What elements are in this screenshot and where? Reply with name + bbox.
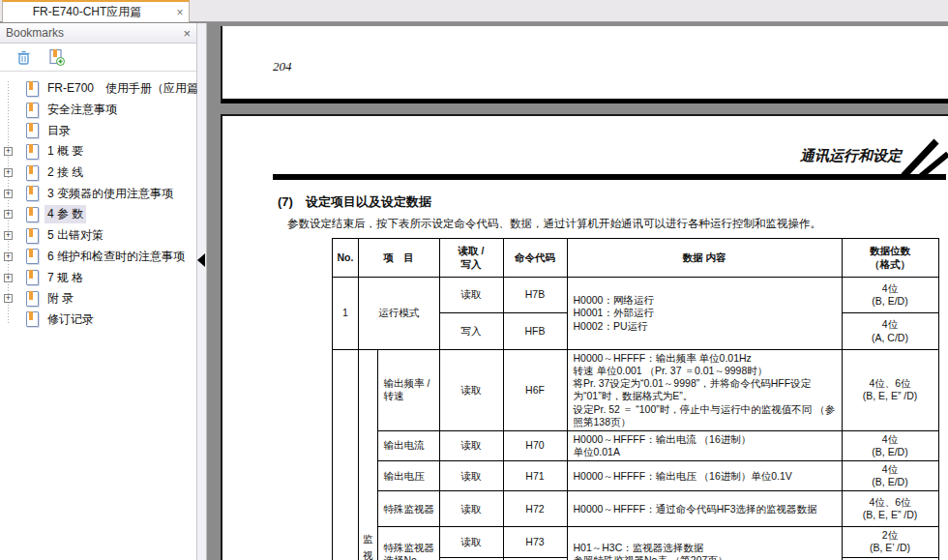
table-cell: 4位 (A, C/D) xyxy=(842,313,938,350)
bookmarks-title: Bookmarks xyxy=(6,26,183,40)
bookmark-label: 3 变频器的使用注意事项 xyxy=(44,185,176,203)
bookmark-label: 6 维护和检查时的注意事项 xyxy=(44,248,188,266)
expand-plus-icon[interactable]: + xyxy=(4,274,13,282)
table-cell: 输出频率 / 转速 xyxy=(377,350,439,431)
table-head: No.项 目读取 / 写入命令代码数据 内容数据位数 （格式） xyxy=(333,239,939,278)
bookmark-list: FR-E700 使用手册（应用篇）安全注意事项目录+1 概 要+2 接 线+3 … xyxy=(0,72,196,330)
bookmark-label: 1 概 要 xyxy=(44,142,86,161)
expand-plus-icon[interactable]: + xyxy=(4,252,13,261)
table-row: 输出电压读取H71H0000～HFFFF：输出电压 （16进制）单位0.1V4位… xyxy=(333,461,939,491)
bookmark-label: 4 参 数 xyxy=(44,205,86,223)
table-cell: 4位 (B, E/D) xyxy=(842,278,938,313)
expand-plus-icon[interactable]: + xyxy=(4,168,13,177)
bookmark-item[interactable]: +4 参 数 xyxy=(0,204,196,225)
table-cell: 2位 (B, E’ /D) xyxy=(842,527,938,557)
trash-icon xyxy=(15,49,32,66)
table-cell: H0000～HFFFF：通过命令代码HF3选择的监视器数据 xyxy=(567,491,842,527)
expand-plus-icon[interactable]: + xyxy=(4,190,13,198)
page-number: 204 xyxy=(273,59,292,74)
bookmark-item[interactable]: 目录 xyxy=(0,120,196,141)
table-cell: 1 xyxy=(333,278,359,350)
delete-bookmark-button[interactable] xyxy=(14,47,33,67)
expand-plus-icon[interactable]: + xyxy=(4,147,13,156)
document-tab[interactable]: FR-E740-CHT应用篇 × xyxy=(2,0,190,22)
table-cell: 特殊监视器 xyxy=(377,491,439,527)
bookmark-item[interactable]: +1 概 要 xyxy=(0,141,196,162)
bookmark-item[interactable]: +7 规 格 xyxy=(0,267,196,288)
bookmark-item[interactable]: +5 出错对策 xyxy=(0,225,196,247)
bookmark-label: 7 规 格 xyxy=(44,269,86,287)
table-cell: H0000～HFFFF：输出频率 单位0.01Hz 转速 单位0.001 （Pr… xyxy=(567,350,842,431)
expand-plus-icon[interactable]: + xyxy=(4,210,13,219)
table-cell: 4位、6位 (B, E, E” /D) xyxy=(842,491,938,527)
bookmark-page-icon xyxy=(26,144,39,160)
add-bookmark-button[interactable] xyxy=(46,47,66,67)
table-cell: H6F xyxy=(503,350,567,431)
table-cell: H72 xyxy=(503,491,567,527)
bookmark-item[interactable]: +2 接 线 xyxy=(0,162,196,184)
collapse-panel-icon[interactable] xyxy=(197,253,205,267)
table-cell: H7B xyxy=(503,278,567,313)
chapter-flag-icon xyxy=(898,135,948,180)
table-cell: H73 xyxy=(503,527,567,557)
table-header-cell: 数据位数 （格式） xyxy=(842,239,938,278)
table-cell: 输出电压 xyxy=(377,461,439,491)
bookmark-item[interactable]: FR-E700 使用手册（应用篇） xyxy=(0,78,196,100)
bookmarks-close-icon[interactable]: × xyxy=(183,26,191,41)
table-header-cell: 读取 / 写入 xyxy=(439,239,503,278)
table-row: 特殊监视器读取H72H0000～HFFFF：通过命令代码HF3选择的监视器数据4… xyxy=(333,491,939,527)
panel-splitter[interactable] xyxy=(197,23,207,560)
table-cell: 输出电流 xyxy=(377,430,439,460)
bookmark-label: 2 接 线 xyxy=(44,163,86,182)
table-row: 特殊监视器 选择No.读取H73H01～H3C：监视器选择数据 参照特殊监视器N… xyxy=(333,527,939,557)
bookmark-page-icon xyxy=(26,165,39,181)
bookmark-label: 修订记录 xyxy=(44,310,97,329)
table-cell: H70 xyxy=(503,430,567,460)
bookmark-label: 安全注意事项 xyxy=(44,101,120,119)
tab-close-icon[interactable]: × xyxy=(171,6,189,19)
table-row: 2监 视 器输出频率 / 转速读取H6FH0000～HFFFF：输出频率 单位0… xyxy=(333,350,939,431)
bookmark-item[interactable]: +6 维护和检查时的注意事项 xyxy=(0,247,196,268)
bookmark-label: FR-E700 使用手册（应用篇） xyxy=(44,79,213,98)
table-cell: 读取 xyxy=(439,430,503,460)
bookmark-item[interactable]: 安全注意事项 xyxy=(0,100,196,121)
bookmark-page-icon xyxy=(26,123,39,138)
bookmark-label: 5 出错对策 xyxy=(44,226,106,245)
table-cell: 读取 xyxy=(439,461,503,491)
table-header-cell: 命令代码 xyxy=(503,239,567,278)
table-cell: 特殊监视器 选择No. xyxy=(377,527,439,560)
bookmark-item[interactable]: 修订记录 xyxy=(0,309,196,331)
table-cell: 读取 xyxy=(439,278,503,313)
bookmark-label: 附 录 xyxy=(44,289,76,308)
table-cell: H01～H3C：监视器选择数据 参照特殊监视器No表 （第207页） xyxy=(567,527,842,560)
bookmark-page-icon xyxy=(26,186,39,201)
bookmark-page-icon xyxy=(26,311,39,327)
bookmark-page-icon xyxy=(26,270,39,285)
bookmark-page-icon xyxy=(26,249,39,264)
table-cell: 写入 xyxy=(439,313,503,350)
chapter-header: 通讯运行和设定 xyxy=(273,147,902,165)
table-body: 1运行模式读取H7BH0000：网络运行 H0001：外部运行 H0002：PU… xyxy=(333,278,939,560)
bookmark-item[interactable]: +3 变频器的使用注意事项 xyxy=(0,183,196,204)
expand-plus-icon[interactable]: + xyxy=(4,294,13,303)
bookmark-item[interactable]: +附 录 xyxy=(0,288,196,309)
expand-plus-icon[interactable]: + xyxy=(4,231,13,240)
table-row: 输出电流读取H70H0000～HFFFF：输出电流 （16进制） 单位0.01A… xyxy=(333,430,939,460)
add-bookmark-icon xyxy=(47,48,65,66)
bookmarks-toolbar xyxy=(0,44,196,72)
bookmark-page-icon xyxy=(26,81,39,97)
table-header-cell: 项 目 xyxy=(359,239,440,278)
table-cell: 读取 xyxy=(439,350,503,431)
chapter-rule xyxy=(273,174,946,180)
bookmark-page-icon xyxy=(26,228,39,244)
table-cell: H0000～HFFFF：输出电流 （16进制） 单位0.01A xyxy=(567,430,842,460)
pdf-page-previous: 204 xyxy=(221,26,948,103)
table-cell: 运行模式 xyxy=(359,278,440,350)
table-cell: H71 xyxy=(503,461,567,491)
bookmark-page-icon xyxy=(26,291,39,307)
table-cell: H0000～HFFFF：输出电压 （16进制）单位0.1V xyxy=(567,461,842,491)
bookmark-page-icon xyxy=(26,103,39,118)
table-cell: 4位、6位 (B, E, E” /D) xyxy=(842,350,938,431)
tab-bar: FR-E740-CHT应用篇 × xyxy=(0,0,948,22)
table-cell: 读取 xyxy=(439,527,503,557)
